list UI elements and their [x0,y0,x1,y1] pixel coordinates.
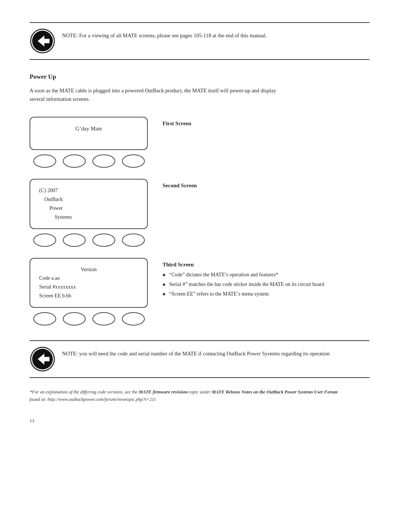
screen-row-second: (C) 2007 OutBack Power Systems Second Sc… [30,179,369,246]
oval-button-8[interactable] [122,233,145,247]
screen-second-line1: (C) 2007 [39,186,138,195]
device-diagram-third: Version Code a.aa Serial #xxxxxxxx Scree… [30,258,148,325]
screen-display-first: G’day Mate [30,117,148,150]
oval-button-12[interactable] [122,312,145,325]
screen-second-line2: OutBack [39,195,138,204]
screen-row-third: Version Code a.aa Serial #xxxxxxxx Scree… [30,258,369,325]
oval-button-5[interactable] [33,233,56,247]
screen-third-label: Third Screen [163,262,369,268]
screen-first-line1: G’day Mate [75,126,102,132]
oval-button-4[interactable] [122,154,145,168]
screen-row-first: G’day Mate First Screen [30,117,369,168]
bullet-3: “Screen EE” refers to the MATE’s menu sy… [163,290,369,298]
screen-display-second: (C) 2007 OutBack Power Systems [30,179,148,229]
oval-button-2[interactable] [63,154,86,168]
page-number: 13 [30,418,369,424]
screen-third-line4: Screen EE b.bb [39,291,138,300]
oval-button-10[interactable] [63,312,86,325]
note-bottom-text: NOTE: you will need the code and serial … [62,346,330,358]
button-row-third [30,312,148,325]
screen-third-line3: Serial #xxxxxxxx [39,283,138,291]
screen-label-area-first: First Screen [163,117,369,130]
oval-button-9[interactable] [33,312,56,325]
arrow-icon-top [30,28,55,54]
oval-button-3[interactable] [92,154,115,168]
device-diagram-second: (C) 2007 OutBack Power Systems [30,179,148,246]
bullet-1: “Code” dictates the MATE’s operation and… [163,271,369,279]
oval-button-1[interactable] [33,154,56,168]
device-diagram-first: G’day Mate [30,117,148,168]
screen-label-area-second: Second Screen [163,179,369,192]
screen-second-line4: Systems [39,213,138,222]
note-box-bottom: NOTE: you will need the code and serial … [30,340,369,378]
screen-first-label: First Screen [163,120,369,127]
screens-container: G’day Mate First Screen (C) 2007 OutBack… [30,117,369,325]
screen-third-line2: Code a.aa [39,274,138,283]
oval-button-6[interactable] [63,233,86,247]
oval-button-11[interactable] [92,312,115,325]
screen-label-area-third: Third Screen “Code” dictates the MATE’s … [163,258,369,300]
section-heading: Power Up [30,73,369,81]
screen-display-third: Version Code a.aa Serial #xxxxxxxx Scree… [30,258,148,308]
note-top-text: NOTE: For a viewing of all MATE screens,… [62,28,267,40]
screen-third-line1: Version [39,265,138,274]
arrow-icon-bottom [30,346,55,372]
screen-second-label: Second Screen [163,183,369,189]
oval-button-7[interactable] [92,233,115,247]
screen-second-line3: Power [39,204,138,213]
third-screen-bullets: “Code” dictates the MATE’s operation and… [163,271,369,299]
footnote: *For an explanation of the differing cod… [30,388,347,403]
button-row-second [30,233,148,247]
button-row-first [30,154,148,168]
bullet-2: Serial #” matches the bar code sticker i… [163,280,369,289]
intro-text: A soon as the MATE cable is plugged into… [30,86,288,103]
note-box-top: NOTE: For a viewing of all MATE screens,… [30,22,369,60]
